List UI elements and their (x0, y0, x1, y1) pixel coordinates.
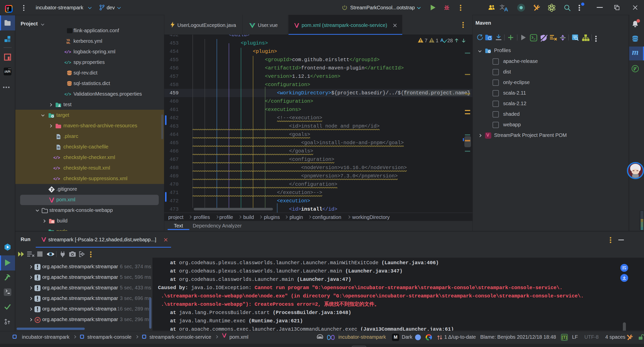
svg-text:7: 7 (425, 38, 427, 43)
svg-text:A: A (504, 6, 508, 12)
svg-text:A: A (440, 37, 444, 43)
svg-text:28: 28 (447, 38, 453, 43)
svg-text:1: 1 (436, 38, 438, 43)
